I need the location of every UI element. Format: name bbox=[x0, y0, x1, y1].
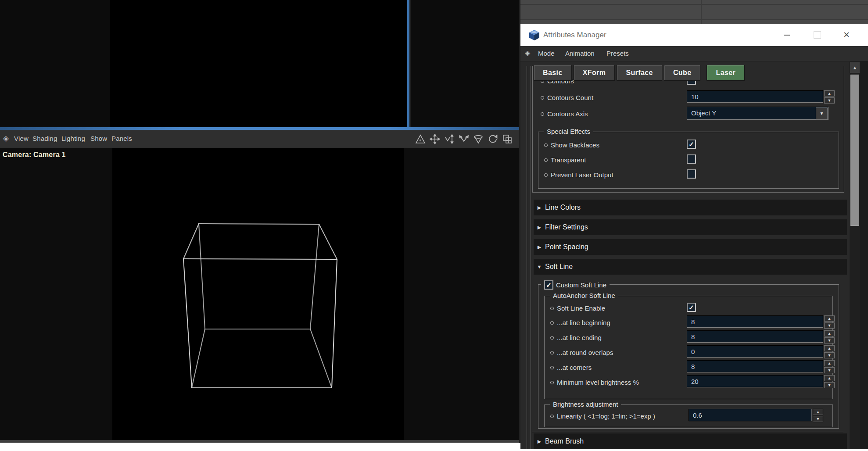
spin-down-icon[interactable]: ▼ bbox=[824, 337, 835, 344]
viewport-menu-shading[interactable]: Shading bbox=[32, 135, 57, 142]
viewport-menu-diamond-icon[interactable]: ◈ bbox=[3, 134, 9, 143]
viewport-menu-view[interactable]: View bbox=[14, 135, 29, 142]
spin-down-icon[interactable]: ▼ bbox=[824, 352, 835, 358]
maximize-icon bbox=[814, 31, 821, 39]
safe-frame-icon[interactable] bbox=[415, 133, 426, 145]
spin-up-icon[interactable]: ▲ bbox=[824, 315, 835, 322]
spin-down-icon[interactable]: ▼ bbox=[813, 416, 823, 422]
menu-animation[interactable]: Animation bbox=[565, 50, 595, 57]
toggle-panels-icon[interactable] bbox=[502, 133, 513, 145]
at-line-ending-spinner: ▲ ▼ bbox=[824, 330, 835, 344]
viewport-bottom-border bbox=[0, 440, 519, 443]
at-line-ending-label: ...at line ending bbox=[550, 334, 602, 341]
menu-presets[interactable]: Presets bbox=[606, 50, 629, 57]
tab-surface[interactable]: Surface bbox=[617, 65, 662, 81]
at-corners-input[interactable]: 8 bbox=[687, 360, 823, 372]
spin-up-icon[interactable]: ▲ bbox=[824, 330, 835, 336]
contours-axis-value: Object Y bbox=[691, 109, 716, 117]
background-divider bbox=[701, 0, 702, 24]
group-border bbox=[532, 432, 843, 432]
spin-down-icon[interactable]: ▼ bbox=[824, 382, 835, 388]
minimum-level-brightness-label: Minimum level brightness % bbox=[550, 379, 639, 386]
scale-view-icon[interactable] bbox=[458, 133, 470, 145]
spin-down-icon[interactable]: ▼ bbox=[824, 97, 835, 104]
tab-laser[interactable]: Laser bbox=[707, 65, 745, 81]
top-viewport-render-area[interactable] bbox=[110, 0, 408, 127]
at-round-overlaps-label: ...at round overlaps bbox=[550, 349, 613, 356]
pan-view-icon[interactable] bbox=[429, 133, 441, 145]
menu-mode[interactable]: Mode bbox=[538, 50, 555, 57]
spin-up-icon[interactable]: ▲ bbox=[824, 90, 835, 97]
wireframe-cube[interactable] bbox=[167, 206, 351, 399]
soft-line-enable-checkbox[interactable] bbox=[687, 303, 696, 312]
viewport-menu-show[interactable]: Show bbox=[90, 135, 107, 142]
window-titlebar[interactable]: Attributes Manager × bbox=[520, 24, 868, 46]
linearity-input[interactable]: 0.6 bbox=[689, 409, 812, 421]
group-border bbox=[527, 66, 527, 449]
section-beam-brush[interactable]: ▶ Beam Brush bbox=[534, 433, 847, 449]
section-label: Line Colors bbox=[545, 204, 581, 211]
spin-up-icon[interactable]: ▲ bbox=[813, 409, 823, 415]
window-menubar: ◈ Mode Animation Presets bbox=[520, 46, 868, 61]
custom-soft-line-checkbox[interactable] bbox=[544, 280, 553, 290]
window-right-edge bbox=[860, 61, 868, 449]
at-line-beginning-spinner: ▲ ▼ bbox=[824, 315, 835, 329]
at-line-beginning-label: ...at line beginning bbox=[550, 319, 610, 326]
background-divider bbox=[519, 19, 868, 20]
at-line-beginning-input[interactable]: 8 bbox=[687, 315, 823, 328]
transparent-label: Transparent bbox=[544, 156, 586, 164]
dropdown-arrow-icon[interactable]: ▼ bbox=[816, 107, 828, 120]
soft-line-enable-label: Soft Line Enable bbox=[550, 304, 605, 312]
scrollbar-thumb[interactable] bbox=[850, 75, 859, 226]
minimum-level-brightness-input[interactable]: 20 bbox=[687, 375, 823, 387]
viewport-menu-panels[interactable]: Panels bbox=[111, 135, 132, 142]
viewport-divider bbox=[409, 0, 411, 127]
brightness-adjustment-title: Brightness adjustment bbox=[550, 401, 621, 408]
menubar-diamond-icon[interactable]: ◈ bbox=[525, 49, 530, 57]
at-round-overlaps-input[interactable]: 0 bbox=[687, 345, 823, 358]
spin-up-icon[interactable]: ▲ bbox=[824, 360, 835, 366]
prevent-laser-output-checkbox[interactable] bbox=[687, 169, 696, 179]
special-effects-title: Special Effects bbox=[544, 128, 593, 135]
at-round-overlaps-spinner: ▲ ▼ bbox=[824, 345, 835, 358]
app-root: ◈ View Shading Lighting Show Panels bbox=[0, 0, 868, 451]
section-soft-line[interactable]: ▼ Soft Line bbox=[534, 259, 847, 275]
tab-cube[interactable]: Cube bbox=[664, 65, 701, 81]
prevent-laser-output-label: Prevent Laser Output bbox=[544, 171, 613, 179]
spin-up-icon[interactable]: ▲ bbox=[824, 375, 835, 381]
spin-up-icon[interactable]: ▲ bbox=[824, 345, 835, 351]
transparent-checkbox[interactable] bbox=[687, 154, 696, 164]
section-filter-settings[interactable]: ▶ Filter Settings bbox=[534, 219, 847, 235]
section-label: Filter Settings bbox=[545, 223, 588, 231]
contours-count-label: Contours Count bbox=[541, 94, 593, 101]
tab-xform[interactable]: XForm bbox=[574, 65, 615, 81]
show-backfaces-checkbox[interactable] bbox=[687, 140, 696, 149]
spin-down-icon[interactable]: ▼ bbox=[824, 322, 835, 329]
section-point-spacing[interactable]: ▶ Point Spacing bbox=[534, 239, 847, 255]
viewport-menubar: ◈ View Shading Lighting Show Panels bbox=[0, 130, 519, 149]
spin-down-icon[interactable]: ▼ bbox=[824, 367, 835, 373]
contours-axis-dropdown[interactable]: Object Y ▼ bbox=[687, 107, 829, 120]
camera-view-icon[interactable] bbox=[473, 133, 484, 145]
rotate-view-icon[interactable] bbox=[487, 133, 499, 145]
top-viewport[interactable] bbox=[0, 0, 519, 127]
dolly-zoom-icon[interactable] bbox=[444, 133, 455, 145]
app-cube-icon bbox=[528, 29, 540, 41]
section-line-colors[interactable]: ▶ Line Colors bbox=[534, 200, 847, 215]
section-label: Beam Brush bbox=[545, 437, 584, 445]
viewport-menu-lighting[interactable]: Lighting bbox=[61, 135, 85, 142]
linearity-spinner: ▲ ▼ bbox=[813, 409, 823, 422]
collapsed-arrow-icon: ▶ bbox=[534, 244, 545, 250]
expanded-arrow-icon: ▼ bbox=[534, 264, 545, 269]
linearity-label: Linearity ( <1=log; 1=lin; >1=exp ) bbox=[550, 412, 655, 420]
minimize-icon bbox=[784, 35, 790, 36]
custom-soft-line-legend: Custom Soft Line bbox=[541, 280, 610, 290]
contours-axis-label: Contours Axis bbox=[541, 110, 588, 118]
background-divider bbox=[519, 4, 868, 5]
at-line-ending-input[interactable]: 8 bbox=[687, 330, 823, 343]
close-icon: × bbox=[843, 27, 850, 42]
contours-count-input[interactable]: 10 bbox=[687, 90, 823, 103]
tab-basic[interactable]: Basic bbox=[534, 65, 572, 81]
scrollbar-up-icon[interactable]: ▲ bbox=[850, 62, 860, 73]
contours-count-spinner: ▲ ▼ bbox=[824, 90, 835, 104]
